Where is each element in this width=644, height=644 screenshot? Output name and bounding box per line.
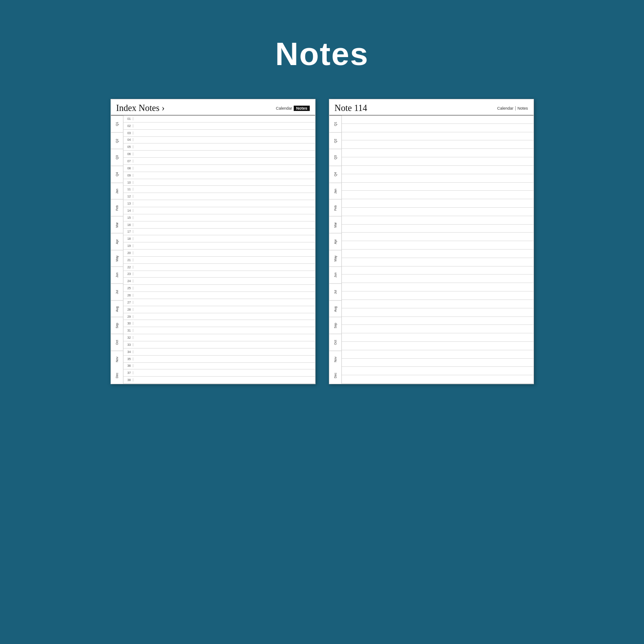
plain-line[interactable] bbox=[342, 225, 533, 233]
line-content[interactable] bbox=[133, 306, 315, 313]
line-content[interactable] bbox=[133, 214, 315, 221]
right-sidebar-item-q1[interactable]: Q1 bbox=[329, 115, 341, 132]
plain-line[interactable] bbox=[342, 115, 533, 124]
sidebar-item-apr[interactable]: Apr bbox=[111, 233, 123, 250]
right-sidebar-item-feb[interactable]: Feb bbox=[329, 199, 341, 216]
sidebar-item-jan[interactable]: Jan bbox=[111, 183, 123, 200]
sidebar-item-mar[interactable]: Mar bbox=[111, 216, 123, 233]
plain-line[interactable] bbox=[342, 157, 533, 166]
line-content[interactable] bbox=[133, 349, 315, 355]
plain-line[interactable] bbox=[342, 275, 533, 283]
plain-line[interactable] bbox=[342, 283, 533, 291]
line-content[interactable] bbox=[133, 165, 315, 172]
right-sidebar-item-jun[interactable]: Jun bbox=[329, 267, 341, 283]
plain-line[interactable] bbox=[342, 250, 533, 258]
line-content[interactable] bbox=[133, 271, 315, 278]
line-content[interactable] bbox=[133, 222, 315, 228]
plain-line[interactable] bbox=[342, 241, 533, 250]
right-nav-calendar[interactable]: Calendar bbox=[497, 106, 513, 111]
plain-line[interactable] bbox=[342, 149, 533, 157]
plain-line[interactable] bbox=[342, 300, 533, 308]
plain-line[interactable] bbox=[342, 291, 533, 300]
line-content[interactable] bbox=[133, 193, 315, 200]
line-content[interactable] bbox=[133, 334, 315, 341]
line-content[interactable] bbox=[133, 356, 315, 362]
line-content[interactable] bbox=[133, 242, 315, 249]
plain-line[interactable] bbox=[342, 267, 533, 275]
sidebar-item-may[interactable]: May bbox=[111, 250, 123, 267]
plain-line[interactable] bbox=[342, 233, 533, 241]
left-nav-notes[interactable]: Notes bbox=[294, 106, 309, 111]
right-nav-notes[interactable]: Notes bbox=[515, 106, 528, 111]
plain-line[interactable] bbox=[342, 140, 533, 149]
plain-line[interactable] bbox=[342, 208, 533, 216]
plain-line[interactable] bbox=[342, 258, 533, 267]
sidebar-item-jul[interactable]: Jul bbox=[111, 283, 123, 300]
sidebar-item-q4[interactable]: Q4 bbox=[111, 166, 123, 183]
right-sidebar-item-dec[interactable]: Dec bbox=[329, 367, 341, 384]
plain-line[interactable] bbox=[342, 191, 533, 199]
right-sidebar-item-q3[interactable]: Q3 bbox=[329, 149, 341, 166]
right-sidebar-item-sep[interactable]: Sep bbox=[329, 317, 341, 334]
line-content[interactable] bbox=[133, 115, 315, 122]
line-content[interactable] bbox=[133, 377, 315, 383]
line-content[interactable] bbox=[133, 369, 315, 376]
line-content[interactable] bbox=[133, 207, 315, 214]
line-content[interactable] bbox=[133, 137, 315, 144]
line-content[interactable] bbox=[133, 186, 315, 193]
plain-line[interactable] bbox=[342, 333, 533, 342]
right-sidebar-item-mar[interactable]: Mar bbox=[329, 216, 341, 233]
line-content[interactable] bbox=[133, 172, 315, 179]
sidebar-item-dec[interactable]: Dec bbox=[111, 367, 123, 384]
plain-line[interactable] bbox=[342, 199, 533, 208]
line-content[interactable] bbox=[133, 130, 315, 136]
line-content[interactable] bbox=[133, 327, 315, 334]
line-content[interactable] bbox=[133, 235, 315, 242]
line-content[interactable] bbox=[133, 151, 315, 157]
sidebar-item-feb[interactable]: Feb bbox=[111, 199, 123, 216]
sidebar-item-sep[interactable]: Sep bbox=[111, 317, 123, 334]
plain-line[interactable] bbox=[342, 325, 533, 333]
sidebar-item-q2[interactable]: Q2 bbox=[111, 132, 123, 149]
plain-line[interactable] bbox=[342, 132, 533, 141]
sidebar-item-aug[interactable]: Aug bbox=[111, 300, 123, 317]
line-content[interactable] bbox=[133, 278, 315, 284]
plain-line[interactable] bbox=[342, 166, 533, 174]
line-content[interactable] bbox=[133, 299, 315, 306]
line-content[interactable] bbox=[133, 144, 315, 150]
line-content[interactable] bbox=[133, 341, 315, 348]
plain-line[interactable] bbox=[342, 375, 533, 384]
plain-line[interactable] bbox=[342, 359, 533, 367]
left-nav-calendar[interactable]: Calendar bbox=[276, 106, 292, 111]
line-content[interactable] bbox=[133, 257, 315, 263]
right-sidebar-item-may[interactable]: May bbox=[329, 250, 341, 267]
line-content[interactable] bbox=[133, 320, 315, 327]
sidebar-item-q1[interactable]: Q1 bbox=[111, 115, 123, 132]
line-content[interactable] bbox=[133, 158, 315, 164]
sidebar-item-q3[interactable]: Q3 bbox=[111, 149, 123, 166]
line-content[interactable] bbox=[133, 179, 315, 186]
plain-line[interactable] bbox=[342, 367, 533, 375]
plain-line[interactable] bbox=[342, 342, 533, 350]
right-sidebar-item-apr[interactable]: Apr bbox=[329, 233, 341, 250]
right-sidebar-item-oct[interactable]: Oct bbox=[329, 334, 341, 351]
right-sidebar-item-jan[interactable]: Jan bbox=[329, 183, 341, 200]
right-sidebar-item-jul[interactable]: Jul bbox=[329, 283, 341, 300]
sidebar-item-jun[interactable]: Jun bbox=[111, 267, 123, 283]
plain-line[interactable] bbox=[342, 308, 533, 317]
plain-line[interactable] bbox=[342, 216, 533, 225]
line-content[interactable] bbox=[133, 285, 315, 291]
right-sidebar-item-nov[interactable]: Nov bbox=[329, 351, 341, 368]
right-sidebar-item-q4[interactable]: Q4 bbox=[329, 166, 341, 183]
line-content[interactable] bbox=[133, 123, 315, 129]
sidebar-item-oct[interactable]: Oct bbox=[111, 334, 123, 351]
line-content[interactable] bbox=[133, 363, 315, 369]
right-sidebar-item-aug[interactable]: Aug bbox=[329, 300, 341, 317]
plain-line[interactable] bbox=[342, 174, 533, 183]
right-sidebar-item-q2[interactable]: Q2 bbox=[329, 132, 341, 149]
plain-line[interactable] bbox=[342, 317, 533, 325]
line-content[interactable] bbox=[133, 250, 315, 256]
line-content[interactable] bbox=[133, 200, 315, 207]
line-content[interactable] bbox=[133, 229, 315, 235]
line-content[interactable] bbox=[133, 313, 315, 320]
